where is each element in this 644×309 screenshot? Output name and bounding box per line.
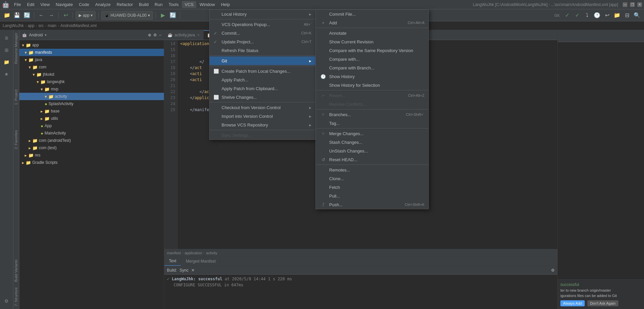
save-button[interactable]: 💾 [13,11,21,20]
git-diff-button[interactable]: ⊟ [623,11,631,20]
git-branches[interactable]: ⑂ Branches... Ctrl+Shift+` [316,110,428,119]
git-revert-button[interactable]: ↩ [603,11,611,20]
menu-view[interactable]: View [38,1,52,8]
tree-item-com[interactable]: ▾ 📁 com [19,63,164,71]
resource-manager-icon[interactable]: ≡ [1,33,12,43]
menu-run[interactable]: Run [152,1,165,8]
git-push[interactable]: ⤴ Push... Ctrl+Shift+K [316,200,428,209]
close-button[interactable]: ✕ [637,2,642,7]
breadcrumb-part-0[interactable]: LangWuJhk [3,23,24,28]
resource-manager-label[interactable]: Resource Manager [13,30,19,67]
breadcrumb-part-3[interactable]: main [48,23,56,28]
vcs-menu-update[interactable]: ✓ Update Project... Ctrl+T [210,37,316,46]
tree-item-splashactivity[interactable]: ● SplashActivity [19,100,164,107]
sync-project-button[interactable]: 🔄 [169,11,177,20]
structure-label[interactable]: 7: Structure [13,285,19,309]
breadcrumb-part-2[interactable]: src [38,23,44,28]
git-compare-same-repo[interactable]: Compare with the Same Repository Version [316,46,428,55]
tree-item-app[interactable]: ▾ 📁 app [19,41,164,49]
tree-item-java[interactable]: ▾ 📁 java [19,56,164,63]
minimize-button[interactable]: — [623,2,627,7]
git-merge-changes[interactable]: ⑂ Merge Changes... [316,129,428,138]
git-push-button[interactable]: ⤵ [583,11,591,20]
restore-button[interactable]: ❐ [630,2,635,7]
menu-analyze[interactable]: Analyze [93,1,113,8]
tree-item-jhkxkd[interactable]: ▾ 📁 jhkxkd [19,71,164,78]
undo-nav-button[interactable]: ↩ [61,11,70,20]
git-tag[interactable]: Tag... [316,119,428,127]
menu-file[interactable]: File [11,1,24,8]
always-add-button[interactable]: Always Add [560,300,585,306]
git-show-current-revision[interactable]: Show Current Revision [316,37,428,46]
tab-activity-java[interactable]: ☕ activity.java ✕ [164,30,204,40]
git-show-history-selection[interactable]: Show History for Selection [316,81,428,89]
tab-activity-java-close[interactable]: ✕ [197,33,200,37]
vcs-menu-import[interactable]: Import into Version Control ▸ [210,112,316,120]
tab-merged-manifest[interactable]: Merged Manifest [181,257,221,266]
project-label[interactable]: 1: Project [13,87,19,107]
run-config-dropdown[interactable]: ▶ app ▾ [76,11,96,20]
vcs-menu-commit[interactable]: ✓ Commit... Ctrl+K [210,29,316,37]
tab-text[interactable]: Text [164,257,181,266]
path-activity[interactable]: activity [206,251,218,255]
run-button[interactable]: ▶ [159,11,167,20]
tree-item-res[interactable]: ▸ 📁 res [19,151,164,159]
vcs-menu-refresh[interactable]: Refresh File Status [210,46,316,55]
tree-settings-icon[interactable]: ⚙ [153,33,157,37]
breadcrumb-part-4[interactable]: AndroidManifest.xml [60,23,97,28]
tree-item-mvp[interactable]: ▾ 📁 mvp [19,85,164,93]
git-vcs-folder-button[interactable]: 📁 [613,11,621,20]
menu-tools[interactable]: Tools [166,1,181,8]
vcs-menu-apply-patch[interactable]: Apply Patch... [210,75,316,84]
vcs-menu-browse[interactable]: Browse VCS Repository ▸ [210,120,316,129]
git-history-button[interactable]: 🕐 [593,11,601,20]
vcs-menu-shelve[interactable]: ⬜ Shelve Changes... [210,93,316,101]
tree-item-manifests[interactable]: ▾ 📁 manifests [19,49,164,56]
tree-item-utils[interactable]: ▸ 📁 utils [19,115,164,122]
device-dropdown[interactable]: 📱 HUAWEI DUB-AL00 ▾ [101,11,153,20]
menu-build[interactable]: Build [136,1,151,8]
path-manifest[interactable]: manifest [167,251,181,255]
tree-scope-icon[interactable]: ⊕ [148,33,151,37]
vcs-menu-git[interactable]: Git ▸ [210,56,316,65]
tree-item-mainactivity[interactable]: ● MainActivity [19,129,164,137]
breadcrumb-part-1[interactable]: app [28,23,34,28]
git-pull[interactable]: Pull... [316,192,428,200]
vcs-menu-vcs-popup[interactable]: VCS Operations Popup... Alt+` [210,20,316,29]
git-commit-button[interactable]: ✓ [563,11,571,20]
menu-refactor[interactable]: Refactor [114,1,136,8]
build-sync-tab[interactable]: Sync [180,268,189,273]
git-fetch[interactable]: Fetch [316,183,428,192]
path-application[interactable]: application [185,251,202,255]
vcs-menu-create-patch[interactable]: ⬜ Create Patch from Local Changes... [210,67,316,75]
sync-button[interactable]: 🔄 [23,11,31,20]
vcs-menu-local-history[interactable]: Local History ▸ [210,10,316,18]
tree-collapse-icon[interactable]: − [159,33,161,37]
menu-navigate[interactable]: Navigate [53,1,75,8]
project-icon[interactable]: 📁 [1,57,12,67]
structure-icon[interactable]: ⊞ [1,45,12,55]
favorites-icon[interactable]: ★ [1,69,12,79]
git-annotate[interactable]: Annotate [316,29,428,37]
git-search-button[interactable]: 🔍 [633,11,641,20]
open-folder-button[interactable]: 📁 [3,11,11,20]
tree-item-langwujhk[interactable]: ▾ 📁 langwujhk [19,78,164,85]
tree-item-gradle[interactable]: ▸ 📁 Gradle Scripts [19,159,164,166]
menu-edit[interactable]: Edit [24,1,37,8]
git-add[interactable]: + Add Ctrl+Alt+A [316,18,428,27]
forward-button[interactable]: → [47,11,56,20]
back-button[interactable]: ← [37,11,46,20]
build-settings-icon[interactable]: ⚙ [551,268,555,273]
git-reset-head[interactable]: ↺ Reset HEAD... [316,155,428,164]
build-sync-close[interactable]: ✕ [191,268,195,273]
menu-code[interactable]: Code [76,1,92,8]
build-variants-icon[interactable]: ⚙ [1,296,12,306]
favorites-label[interactable]: 2: Favorites [13,127,19,152]
tree-item-base[interactable]: ▸ 📁 base [19,107,164,115]
git-stash-changes[interactable]: Stash Changes... [316,138,428,146]
tree-item-activity[interactable]: ▾ 📁 activity [19,93,164,100]
tree-item-com-androidtest[interactable]: ▸ 📁 com (androidTest) [19,137,164,144]
git-show-history[interactable]: 🕐 Show History [316,72,428,81]
vcs-menu-checkout[interactable]: Checkout from Version Control ▸ [210,103,316,112]
git-compare-branch[interactable]: Compare with Branch... [316,63,428,72]
